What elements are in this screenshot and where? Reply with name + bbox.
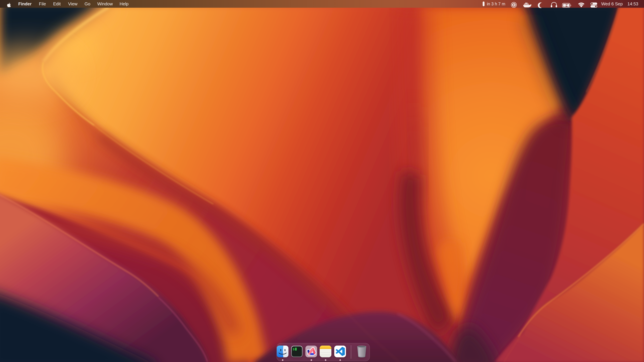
svg-text:$: $: [293, 348, 294, 351]
